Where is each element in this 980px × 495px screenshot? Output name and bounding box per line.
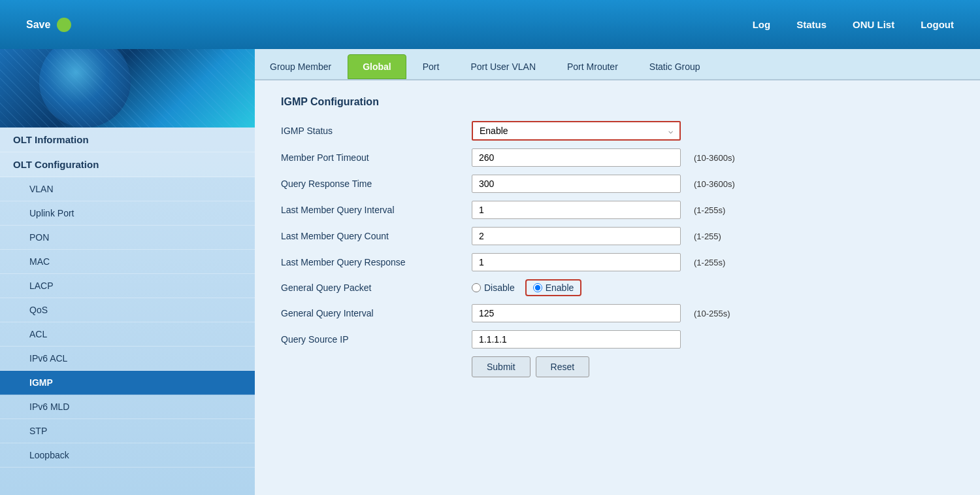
sidebar-item-loopback[interactable]: Loopback <box>0 443 255 468</box>
onu-list-link[interactable]: ONU List <box>853 19 894 30</box>
query-response-time-input[interactable] <box>472 175 681 193</box>
igmp-config-form: IGMP Configuration IGMP Status Enable Di… <box>255 80 980 393</box>
igmp-status-row: IGMP Status Enable Disable ⌵ <box>281 121 954 141</box>
query-response-time-row: Query Response Time (10-3600s) <box>281 175 954 193</box>
tab-port[interactable]: Port <box>408 54 455 79</box>
form-buttons: Submit Reset <box>472 356 954 377</box>
last-member-query-count-hint: (1-255) <box>694 231 721 241</box>
sidebar-header-olt-config: OLT Configuration <box>0 152 255 177</box>
igmp-status-select-wrap: Enable Disable ⌵ <box>472 121 681 141</box>
general-query-interval-input[interactable] <box>472 304 681 322</box>
last-member-query-interval-hint: (1-255s) <box>694 205 725 215</box>
last-member-query-response-hint: (1-255s) <box>694 258 725 267</box>
igmp-status-label: IGMP Status <box>281 126 464 136</box>
last-member-query-response-row: Last Member Query Response (1-255s) <box>281 253 954 271</box>
save-label: Save <box>26 19 50 31</box>
sidebar-item-qos[interactable]: QoS <box>0 298 255 322</box>
sidebar-header-olt-info: OLT Information <box>0 128 255 152</box>
tab-bar: Group Member Global Port Port User VLAN … <box>255 49 980 80</box>
radio-disable-label: Disable <box>484 282 515 293</box>
last-member-query-count-input[interactable] <box>472 227 681 245</box>
last-member-query-count-row: Last Member Query Count (1-255) <box>281 227 954 245</box>
sidebar-item-ipv6-acl[interactable]: IPv6 ACL <box>0 347 255 371</box>
query-response-time-hint: (10-3600s) <box>694 179 735 189</box>
radio-disable-option[interactable]: Disable <box>472 282 515 293</box>
general-query-packet-radio-group: Disable Enable <box>472 279 581 296</box>
main-layout: OLT Information OLT Configuration VLAN U… <box>0 49 980 495</box>
radio-enable-input[interactable] <box>533 283 542 292</box>
query-source-ip-row: Query Source IP <box>281 330 954 349</box>
radio-enable-option[interactable]: Enable <box>525 279 582 296</box>
query-response-time-label: Query Response Time <box>281 179 464 189</box>
content-area: Group Member Global Port Port User VLAN … <box>255 49 980 495</box>
igmp-status-select[interactable]: Enable Disable <box>473 122 679 139</box>
sidebar-item-uplink-port[interactable]: Uplink Port <box>0 201 255 226</box>
sidebar-item-igmp[interactable]: IGMP <box>0 371 255 395</box>
tab-group-member[interactable]: Group Member <box>255 54 346 79</box>
reset-button[interactable]: Reset <box>536 356 590 377</box>
member-port-timeout-label: Member Port Timeout <box>281 152 464 163</box>
status-dot <box>57 18 71 32</box>
sidebar-item-vlan[interactable]: VLAN <box>0 177 255 201</box>
general-query-interval-label: General Query Interval <box>281 308 464 318</box>
status-link[interactable]: Status <box>796 19 826 30</box>
last-member-query-response-label: Last Member Query Response <box>281 257 464 267</box>
general-query-packet-label: General Query Packet <box>281 282 464 293</box>
member-port-timeout-input[interactable] <box>472 148 681 167</box>
logout-link[interactable]: Logout <box>921 19 954 30</box>
tab-port-mrouter[interactable]: Port Mrouter <box>552 54 633 79</box>
tab-global[interactable]: Global <box>348 54 406 79</box>
submit-button[interactable]: Submit <box>472 356 531 377</box>
sidebar-item-ipv6-mld[interactable]: IPv6 MLD <box>0 395 255 419</box>
save-button[interactable]: Save <box>26 18 71 32</box>
last-member-query-interval-row: Last Member Query Interval (1-255s) <box>281 201 954 219</box>
member-port-timeout-row: Member Port Timeout (10-3600s) <box>281 148 954 167</box>
tab-port-user-vlan[interactable]: Port User VLAN <box>455 54 551 79</box>
last-member-query-interval-label: Last Member Query Interval <box>281 205 464 215</box>
sidebar-item-pon[interactable]: PON <box>0 226 255 250</box>
last-member-query-count-label: Last Member Query Count <box>281 231 464 241</box>
log-link[interactable]: Log <box>753 19 771 30</box>
general-query-interval-hint: (10-255s) <box>694 309 730 318</box>
tab-static-group[interactable]: Static Group <box>634 54 715 79</box>
form-title: IGMP Configuration <box>281 96 954 108</box>
radio-enable-label: Enable <box>546 282 574 293</box>
sidebar-item-stp[interactable]: STP <box>0 419 255 443</box>
sidebar-item-acl[interactable]: ACL <box>0 322 255 347</box>
query-source-ip-label: Query Source IP <box>281 334 464 345</box>
sidebar: OLT Information OLT Configuration VLAN U… <box>0 49 255 495</box>
query-source-ip-input[interactable] <box>472 330 681 349</box>
last-member-query-response-input[interactable] <box>472 253 681 271</box>
last-member-query-interval-input[interactable] <box>472 201 681 219</box>
topbar: Save Log Status ONU List Logout <box>0 0 980 49</box>
sidebar-globe-image <box>0 49 255 128</box>
general-query-interval-row: General Query Interval (10-255s) <box>281 304 954 322</box>
radio-disable-input[interactable] <box>472 283 481 292</box>
sidebar-item-mac[interactable]: MAC <box>0 250 255 274</box>
sidebar-item-lacp[interactable]: LACP <box>0 274 255 298</box>
member-port-timeout-hint: (10-3600s) <box>694 153 735 163</box>
general-query-packet-row: General Query Packet Disable Enable <box>281 279 954 296</box>
